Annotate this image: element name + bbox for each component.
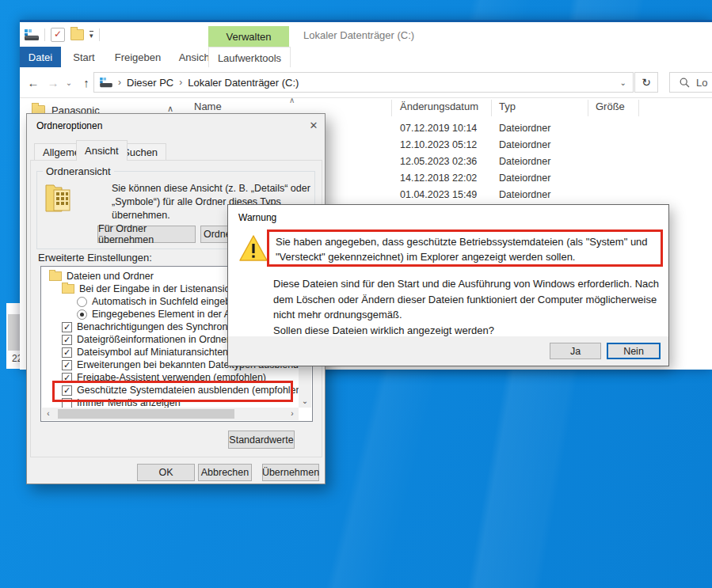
dialog-title: Ordneroptionen (36, 120, 102, 131)
scroll-left-icon[interactable]: ‹ (42, 408, 55, 420)
apply-to-folders-button[interactable]: Für Ordner übernehmen (97, 226, 196, 243)
table-row-type[interactable]: Dateiordner (499, 189, 550, 200)
toolbar-separator (99, 28, 100, 41)
table-row-date[interactable]: 12.05.2023 02:36 (400, 156, 477, 167)
horizontal-scrollbar[interactable]: ‹ › (42, 408, 299, 420)
radio-on[interactable] (77, 309, 87, 320)
tab-file[interactable]: Datei (20, 47, 61, 67)
column-header-type[interactable]: Typ (499, 101, 516, 112)
breadcrumb-root[interactable]: Dieser PC (127, 77, 173, 89)
groupbox-label: Ordneransicht (43, 165, 114, 177)
folder-icon (62, 284, 74, 294)
table-row-type[interactable]: Dateiordner (499, 156, 550, 167)
search-value: Lo (696, 77, 707, 89)
toolbar-separator (44, 28, 45, 41)
recent-locations-icon[interactable]: ⌄ (63, 73, 75, 92)
sort-ascending-icon: ∧ (289, 96, 295, 104)
forward-icon[interactable]: → (44, 73, 63, 92)
warning-dialog: Warnung Sie haben angegeben, dass geschü… (227, 204, 669, 366)
column-separator[interactable] (588, 100, 588, 116)
title-bar: ✓ ▾ Verwalten Lokaler Datenträger (C:) (20, 22, 712, 47)
list-item: Bei der Eingabe in der Listenansicht (41, 283, 238, 295)
tab-drive-tools[interactable]: Laufwerktools (208, 47, 291, 68)
breadcrumb[interactable]: › Dieser PC › Lokaler Datenträger (C:) ⌄ (93, 72, 634, 93)
highlighted-warning-text: Sie haben angegeben, dass geschützte Bet… (267, 230, 663, 267)
apply-button[interactable]: Übernehmen (262, 464, 319, 481)
breadcrumb-chevron-icon[interactable]: › (112, 77, 127, 88)
table-row-date[interactable]: 12.10.2023 05:12 (400, 139, 477, 150)
breadcrumb-drive-icon (100, 78, 112, 88)
dialog-footer: Ja Nein (228, 336, 668, 366)
checkbox-checked[interactable]: ✓ (62, 360, 72, 370)
red-highlight-box (52, 381, 293, 402)
folder-view-icon (44, 180, 73, 214)
scrollbar-thumb[interactable] (58, 409, 234, 419)
properties-check-icon[interactable]: ✓ (51, 28, 65, 42)
table-row-type[interactable]: Dateiordner (499, 173, 550, 184)
advanced-settings-label: Erweiterte Einstellungen: (38, 252, 152, 264)
customize-qat-dropdown-icon[interactable]: ▾ (89, 31, 93, 39)
tab-start[interactable]: Start (64, 47, 104, 67)
no-button[interactable]: Nein (607, 343, 661, 359)
tab-share[interactable]: Freigeben (107, 47, 169, 67)
column-separator[interactable] (491, 100, 492, 116)
search-icon (680, 78, 690, 88)
search-input[interactable]: Lo (669, 72, 712, 93)
breadcrumb-current[interactable]: Lokaler Datenträger (C:) (188, 77, 299, 89)
cancel-button[interactable]: Abbrechen (198, 464, 252, 481)
column-header-size[interactable]: Größe (596, 101, 625, 112)
drive-icon[interactable] (25, 29, 39, 41)
folder-icon (49, 271, 62, 281)
close-icon[interactable]: ✕ (303, 114, 325, 136)
checkbox-checked[interactable]: ✓ (62, 335, 72, 345)
scroll-down-icon[interactable]: ⌄ (299, 395, 311, 408)
table-row-date[interactable]: 01.04.2023 15:49 (400, 189, 477, 200)
desktop: 22 ✓ ▾ Verwalten Lokaler Datenträger (C:… (0, 0, 712, 588)
list-item: Automatisch in Suchfeld eingeben (41, 295, 242, 308)
dialog-title: Warnung (238, 212, 276, 223)
column-header-modified[interactable]: Änderungsdatum (400, 101, 478, 112)
defaults-button[interactable]: Standardwerte (228, 431, 295, 449)
warning-icon (238, 234, 268, 263)
table-row-date[interactable]: 14.12.2018 22:02 (400, 173, 477, 184)
radio-off[interactable] (77, 297, 87, 307)
table-row-type[interactable]: Dateiordner (499, 123, 550, 134)
checkbox-checked[interactable]: ✓ (62, 347, 72, 358)
address-bar: ← → ⌄ ↑ › Dieser PC › Lokaler Datenträge… (20, 67, 712, 98)
table-row-type[interactable]: Dateiordner (499, 139, 550, 150)
scroll-right-icon[interactable]: › (286, 408, 299, 420)
tab-view[interactable]: Ansicht (76, 140, 128, 161)
column-header-name[interactable]: Name (194, 101, 222, 112)
yes-button[interactable]: Ja (550, 343, 601, 359)
ok-button[interactable]: OK (137, 464, 195, 481)
list-item: Dateien und Ordner (41, 270, 154, 283)
contextual-tab-group: Verwalten (208, 26, 289, 47)
warning-body-text: Diese Dateien sind für den Start und die… (273, 276, 663, 338)
address-dropdown-icon[interactable]: ⌄ (620, 78, 626, 87)
new-folder-icon[interactable] (70, 29, 84, 40)
quick-access-toolbar: ✓ ▾ (25, 27, 100, 43)
column-separator[interactable] (391, 100, 392, 116)
back-icon[interactable]: ← (24, 73, 43, 92)
breadcrumb-chevron-icon[interactable]: › (173, 77, 188, 88)
checkbox-checked[interactable]: ✓ (62, 322, 72, 332)
ribbon-tab-row: Datei Start Freigeben Ansicht Laufwerkto… (20, 47, 712, 68)
refresh-icon[interactable]: ↻ (634, 72, 658, 93)
window-title: Lokaler Datenträger (C:) (303, 29, 414, 41)
table-row-date[interactable]: 07.12.2019 10:14 (400, 123, 477, 134)
column-separator[interactable] (638, 100, 639, 116)
